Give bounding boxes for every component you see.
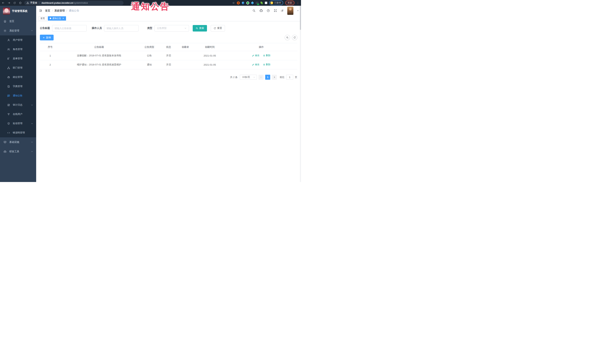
- trash-icon: [263, 63, 265, 66]
- forward-icon[interactable]: [8, 1, 11, 4]
- url-host: dashboard.yudao.iocoder.cn: [42, 2, 73, 4]
- sidebar-item-dept-mgmt[interactable]: 部门管理: [0, 63, 36, 73]
- search-button-label: 搜索: [199, 27, 204, 30]
- sidebar-item-menu-mgmt[interactable]: 菜单管理: [0, 54, 36, 63]
- scrollbar-thumb[interactable]: [300, 6, 301, 30]
- sidebar-item-label: 系统管理: [9, 29, 19, 32]
- extension-orange-icon[interactable]: [237, 1, 240, 4]
- extension-green-icon[interactable]: [246, 1, 249, 4]
- sidebar-item-post-mgmt[interactable]: 岗位管理: [0, 73, 36, 82]
- sidebar-item-sms-mgmt[interactable]: 短信管理: [0, 119, 36, 128]
- refresh-table-button[interactable]: [292, 35, 297, 40]
- help-icon[interactable]: [267, 9, 270, 12]
- user-avatar[interactable]: [287, 7, 293, 15]
- close-icon[interactable]: [62, 17, 64, 19]
- sidebar-item-infra[interactable]: 基础设施: [0, 137, 36, 147]
- table-toolbar: 新增: [40, 35, 297, 40]
- chevron-down-icon: [31, 150, 33, 153]
- active-dot-icon: [50, 18, 51, 19]
- sidebar-item-label: 短信管理: [13, 122, 22, 125]
- extension-drop-icon[interactable]: [241, 1, 245, 4]
- profile-paused-pill[interactable]: 已暂停: [269, 0, 283, 5]
- extensions-puzzle-icon[interactable]: [265, 2, 267, 4]
- col-created: 创建时间: [194, 43, 225, 51]
- add-button[interactable]: 新增: [40, 35, 54, 40]
- delete-link[interactable]: 删除: [263, 54, 270, 57]
- extension-on-badge-icon[interactable]: [256, 2, 258, 4]
- edit-link[interactable]: 修改: [252, 54, 259, 57]
- sidebar-item-system[interactable]: 系统管理: [0, 26, 36, 35]
- browser-menu-icon[interactable]: ⋮: [297, 2, 299, 4]
- sidebar-item-notice[interactable]: 通知公告: [0, 91, 36, 100]
- home-nav-icon[interactable]: [19, 1, 22, 4]
- toggle-search-button[interactable]: [285, 35, 290, 40]
- extension-leaf-icon[interactable]: [261, 2, 263, 4]
- col-status: 状态: [161, 43, 176, 51]
- sidebar: 芋道管理系统 首页 系统管理 用户管理 角色管理 菜单管理 部门管理 岗位管理: [0, 6, 36, 182]
- address-bar[interactable]: 不安全 | dashboard.yudao.iocoder.cn/system/…: [24, 1, 124, 5]
- peoples-icon: [7, 48, 10, 51]
- font-size-icon[interactable]: тT: [281, 9, 283, 12]
- sidebar-logo[interactable]: 芋道管理系统: [0, 6, 36, 17]
- page-size-select[interactable]: 10条/页: [240, 75, 257, 80]
- url-path: /system/notice: [73, 2, 88, 4]
- operator-filter-label: 操作人员: [92, 27, 102, 30]
- security-label[interactable]: 不安全: [30, 1, 37, 4]
- url-text: dashboard.yudao.iocoder.cn/system/notice: [42, 2, 88, 4]
- sidebar-collapse-icon[interactable]: [39, 9, 42, 12]
- breadcrumb-separator: /: [52, 9, 53, 12]
- delete-link-label: 删除: [266, 54, 270, 57]
- search-icon: [196, 27, 198, 30]
- page-unit-label: 页: [295, 76, 297, 79]
- edit-link[interactable]: 删除修改: [252, 63, 259, 66]
- bookmark-star-icon[interactable]: ☆: [232, 1, 235, 4]
- type-filter-select[interactable]: 公告类型: [154, 25, 189, 31]
- github-icon[interactable]: [259, 9, 263, 12]
- extension-diamond-icon[interactable]: [251, 1, 254, 4]
- sidebar-item-errcode-mgmt[interactable]: 错误码管理: [0, 128, 36, 137]
- sidebar-item-label: 基础设施: [9, 140, 19, 144]
- next-page-button[interactable]: [272, 75, 277, 80]
- tab-notice[interactable]: 通知公告: [48, 16, 66, 21]
- sidebar-item-dev-tools[interactable]: 研发工具: [0, 147, 36, 156]
- sidebar-item-audit-log[interactable]: 审计日志: [0, 100, 36, 110]
- browser-chrome: 不安全 | dashboard.yudao.iocoder.cn/system/…: [0, 0, 301, 6]
- breadcrumb-home[interactable]: 首页: [45, 9, 50, 12]
- trash-icon: [263, 54, 265, 57]
- sidebar-item-label: 菜单管理: [13, 57, 22, 60]
- goto-page-input[interactable]: [286, 75, 293, 80]
- pagination: 共 2 条 10条/页 1 前往 页: [40, 75, 297, 80]
- breadcrumb-system[interactable]: 系统管理: [54, 9, 65, 12]
- search-icon[interactable]: [252, 9, 256, 12]
- sidebar-item-role-mgmt[interactable]: 角色管理: [0, 45, 36, 54]
- sidebar-item-user-mgmt[interactable]: 用户管理: [0, 35, 36, 45]
- title-filter-input[interactable]: [52, 25, 86, 31]
- sidebar-item-dict-mgmt[interactable]: 字典管理: [0, 82, 36, 91]
- browser-scrollbar[interactable]: [300, 6, 301, 182]
- back-icon[interactable]: [2, 1, 5, 4]
- tab-label: 通知公告: [52, 17, 61, 20]
- cell-type: 通知: [138, 60, 161, 69]
- cell-created: 2021-01-05: [194, 60, 225, 69]
- avatar-caret-icon[interactable]: ▾: [297, 10, 298, 12]
- operator-filter-input[interactable]: [104, 25, 139, 31]
- sidebar-item-home[interactable]: 首页: [0, 17, 36, 26]
- prev-page-button[interactable]: [258, 75, 264, 80]
- home-icon: [3, 20, 7, 23]
- page-size-value: 10条/页: [242, 76, 250, 79]
- page-number-button[interactable]: 1: [265, 75, 270, 80]
- cell-status: 开启: [161, 51, 176, 60]
- cell-actions: 修改 删除: [225, 51, 297, 60]
- cell-creator: [176, 60, 194, 69]
- reset-button[interactable]: 重置: [211, 25, 225, 31]
- fullscreen-icon[interactable]: [274, 9, 277, 12]
- chevron-down-icon: [253, 76, 255, 78]
- reload-icon[interactable]: [13, 2, 16, 4]
- tab-home[interactable]: 首页: [39, 16, 47, 21]
- browser-update-button[interactable]: 更新: [285, 0, 294, 5]
- sidebar-item-label: 用户管理: [13, 38, 22, 42]
- search-button[interactable]: 搜索: [193, 25, 207, 31]
- delete-link[interactable]: 删除: [263, 63, 270, 66]
- sidebar-item-online-users[interactable]: 在线用户: [0, 110, 36, 119]
- col-creator: 创建者: [176, 43, 194, 51]
